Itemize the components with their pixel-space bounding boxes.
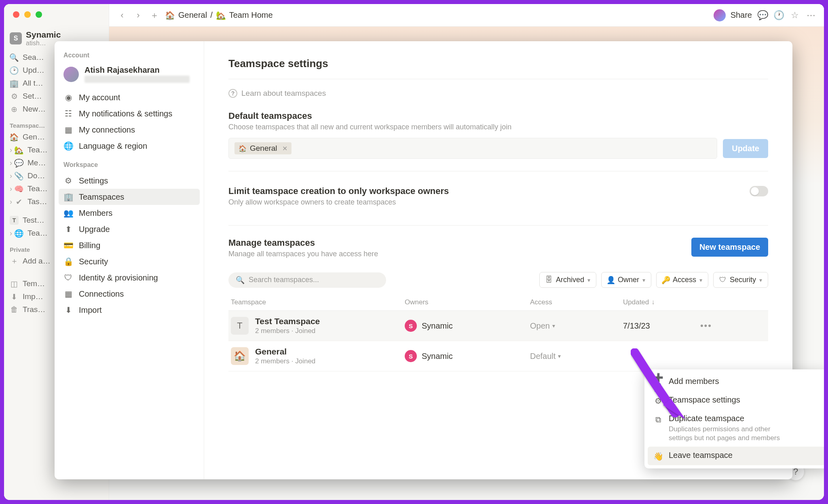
settings-item-billing[interactable]: 💳Billing xyxy=(55,237,204,253)
download-icon: ⬇ xyxy=(63,305,73,315)
settings-item-settings[interactable]: ⚙Settings xyxy=(55,173,204,189)
settings-item-language[interactable]: 🌐Language & region xyxy=(55,138,204,154)
divider xyxy=(228,171,768,171)
owner-avatar: S xyxy=(405,320,417,332)
profile-email-redacted xyxy=(84,76,190,83)
grid-icon: ▦ xyxy=(63,289,73,299)
chevron-down-icon: ▾ xyxy=(587,277,590,283)
arrow-up-circle-icon: ⬆ xyxy=(63,224,73,234)
filter-access[interactable]: 🔑Access▾ xyxy=(656,272,708,288)
column-teamspace[interactable]: Teamspace xyxy=(231,298,405,306)
learn-link[interactable]: ?Learn about teamspaces xyxy=(228,89,768,98)
more-icon[interactable]: ⋯ xyxy=(805,10,817,21)
menu-duplicate-description: Duplicates permissions and other setting… xyxy=(669,425,780,443)
favorite-icon[interactable]: ☆ xyxy=(789,10,801,21)
close-window-icon[interactable] xyxy=(13,11,19,18)
minimize-window-icon[interactable] xyxy=(24,11,31,18)
share-button[interactable]: Share xyxy=(731,11,752,20)
settings-item-connections[interactable]: ▦Connections xyxy=(55,286,204,302)
nav-forward-icon[interactable]: › xyxy=(133,10,144,21)
breadcrumb[interactable]: 🏠 General / 🏡 Team Home xyxy=(165,11,273,20)
teamspace-meta: 2 members · Joined xyxy=(255,357,315,365)
updates-icon[interactable]: 🕐 xyxy=(773,10,784,21)
settings-item-teamspaces[interactable]: 🏢Teamspaces xyxy=(59,189,200,205)
chevron-down-icon: ▾ xyxy=(552,323,555,329)
menu-duplicate-teamspace[interactable]: ⧉ Duplicate teamspace Duplicates permiss… xyxy=(648,410,824,447)
wave-icon: 👋 xyxy=(653,451,663,461)
comments-icon[interactable]: 💬 xyxy=(757,10,768,21)
chevron-down-icon: ▾ xyxy=(699,277,702,283)
default-teamspaces-heading: Default teamspaces xyxy=(228,111,768,121)
default-teamspaces-input[interactable]: 🏠 General ✕ xyxy=(228,138,717,159)
column-updated[interactable]: Updated↓ xyxy=(623,298,741,306)
plus-circle-icon: ⊕ xyxy=(10,105,19,114)
people-icon: 👥 xyxy=(63,208,73,218)
settings-section-account-label: Account xyxy=(55,52,204,63)
settings-item-notifications[interactable]: ☷My notifications & settings xyxy=(55,105,204,122)
chevron-down-icon: ▾ xyxy=(642,277,645,283)
settings-item-my-connections[interactable]: ▦My connections xyxy=(55,122,204,138)
workspace-name: Synamic xyxy=(26,30,61,40)
template-icon: ◫ xyxy=(10,279,19,288)
limit-creation-toggle[interactable] xyxy=(750,186,768,196)
access-value[interactable]: Open▾ xyxy=(530,321,623,331)
table-row[interactable]: T Test Teamspace 2 members · Joined SSyn… xyxy=(228,311,768,341)
menu-leave-teamspace[interactable]: 👋 Leave teamspace xyxy=(648,447,824,465)
globe-icon: 🌐 xyxy=(63,141,73,151)
new-teamspace-button[interactable]: New teamspace xyxy=(691,238,768,257)
gear-icon: ⚙ xyxy=(63,176,73,186)
credit-card-icon: 💳 xyxy=(63,240,73,250)
update-button[interactable]: Update xyxy=(723,139,768,158)
settings-item-security[interactable]: 🔒Security xyxy=(55,253,204,270)
filter-archived[interactable]: 🗄Archived▾ xyxy=(539,272,596,288)
search-icon: 🔍 xyxy=(236,276,245,285)
menu-add-members[interactable]: ➕👤 Add members xyxy=(648,373,824,391)
breadcrumb-workspace[interactable]: General xyxy=(178,11,207,20)
gear-icon: ⚙ xyxy=(10,92,19,101)
settings-sidebar: Account Atish Rajasekharan ◉My account ☷… xyxy=(55,41,204,479)
maximize-window-icon[interactable] xyxy=(36,11,42,18)
limit-creation-subtitle: Only allow workspace owners to create te… xyxy=(228,198,449,207)
house-icon: 🏡 xyxy=(15,146,23,154)
access-value[interactable]: Default▾ xyxy=(530,352,623,361)
owner-avatar: S xyxy=(405,350,417,362)
settings-item-upgrade[interactable]: ⬆Upgrade xyxy=(55,221,204,237)
teamspace-name: Test Teamspace xyxy=(255,316,320,326)
window-traffic-lights[interactable] xyxy=(13,11,42,18)
column-owners[interactable]: Owners xyxy=(405,298,530,306)
user-avatar[interactable] xyxy=(714,9,726,21)
filter-security[interactable]: 🛡Security▾ xyxy=(713,272,768,288)
settings-profile[interactable]: Atish Rajasekharan xyxy=(55,63,204,89)
question-icon: ? xyxy=(228,89,237,98)
settings-item-identity[interactable]: 🛡Identity & provisioning xyxy=(55,270,204,286)
manage-teamspaces-subtitle: Manage all teamspaces you have access he… xyxy=(228,250,378,258)
row-actions-button[interactable]: ••• xyxy=(688,321,712,331)
table-row[interactable]: 🏠 General 2 members · Joined SSynamic De… xyxy=(228,341,768,371)
add-person-icon: ➕👤 xyxy=(653,377,663,387)
table-header: Teamspace Owners Access Updated↓ xyxy=(228,294,768,311)
filter-owner[interactable]: 👤Owner▾ xyxy=(601,272,651,288)
chevron-down-icon: ▾ xyxy=(558,353,561,359)
new-tab-icon[interactable]: ＋ xyxy=(149,10,160,21)
settings-item-import[interactable]: ⬇Import xyxy=(55,302,204,318)
divider xyxy=(228,225,768,226)
home-icon: 🏠 xyxy=(231,347,249,365)
settings-item-my-account[interactable]: ◉My account xyxy=(55,89,204,105)
teamspace-letter-icon: T xyxy=(10,216,19,225)
breadcrumb-page[interactable]: Team Home xyxy=(229,11,273,20)
globe-icon: 🌐 xyxy=(15,229,23,238)
chat-icon: 💬 xyxy=(15,158,23,167)
menu-teamspace-settings[interactable]: ⚙ Teamspace settings xyxy=(648,391,824,410)
nav-back-icon[interactable]: ‹ xyxy=(116,10,128,21)
grid-icon: ▦ xyxy=(63,125,73,135)
search-placeholder: Search teamspaces... xyxy=(249,276,319,284)
search-teamspaces-input[interactable]: 🔍 Search teamspaces... xyxy=(228,272,386,288)
teamspace-name: General xyxy=(255,347,315,356)
default-teamspaces-subtitle: Choose teamspaces that all new and curre… xyxy=(228,123,768,131)
remove-chip-icon[interactable]: ✕ xyxy=(282,145,287,152)
settings-item-members[interactable]: 👥Members xyxy=(55,205,204,221)
teamspace-chip[interactable]: 🏠 General ✕ xyxy=(234,142,291,154)
owner-name: Synamic xyxy=(422,352,453,361)
column-access[interactable]: Access xyxy=(530,298,623,306)
divider xyxy=(228,79,768,79)
